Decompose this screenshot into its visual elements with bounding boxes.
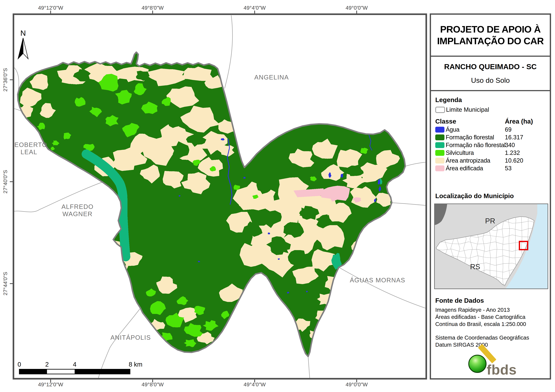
latitude-label-left: 27°40'0"S xyxy=(2,170,8,193)
neighbor-label: ANITÁPOLIS xyxy=(110,334,151,341)
tick-top xyxy=(50,11,51,14)
project-title-box: PROJETO DE APOIO ÀIMPLANTAÇÃO DO CAR xyxy=(431,15,550,57)
legend-area-value: 1.232 xyxy=(505,150,520,156)
tick-left xyxy=(10,79,13,80)
tick-bottom xyxy=(254,379,255,382)
source-text-2: Sistema de Coordenadas GeográficasDatum … xyxy=(435,334,547,348)
legend-class-label: Área antropizada xyxy=(446,157,490,164)
scale-bar: 0248 km xyxy=(18,361,142,374)
inset-label-rs: RS xyxy=(470,263,480,271)
logo-wordmark: fbds xyxy=(487,362,517,378)
map-frame: ANGELINALEOBERTOLEALALFREDOWAGNERÁGUAS M… xyxy=(13,14,427,379)
tick-top xyxy=(254,11,255,14)
legend-class-label: Formação não florestal xyxy=(446,142,505,149)
scale-label: 0 xyxy=(18,361,21,368)
legend-table-header: Classe Área (ha) xyxy=(435,118,546,125)
tick-bottom xyxy=(152,379,153,382)
legend-rows: Água69Formação florestal16.317Formação n… xyxy=(435,126,548,172)
longitude-label-top: 49°0'0"W xyxy=(346,5,368,11)
legend-row: Área edificada53 xyxy=(435,164,548,172)
legend-swatch xyxy=(435,135,445,140)
legend-limite-row: Limite Municipal xyxy=(435,106,489,113)
source-heading: Fonte de Dados xyxy=(435,297,484,304)
neighbor-label: LEOBERTOLEAL xyxy=(14,141,47,156)
limite-municipal-label: Limite Municipal xyxy=(446,106,489,113)
tick-left xyxy=(10,181,13,182)
municipality-title: RANCHO QUEIMADO - SC xyxy=(444,62,537,71)
map-sheet: ANGELINALEOBERTOLEALALFREDOWAGNERÁGUAS M… xyxy=(0,0,555,392)
latitude-label-left: 27°36'0"S xyxy=(2,68,8,92)
legend-area-value: 16.317 xyxy=(505,134,523,141)
legend-class-label: Área edificada xyxy=(446,165,483,172)
legend-swatch xyxy=(435,127,445,133)
longitude-label-top: 49°12'0"W xyxy=(38,5,63,11)
legend-row: Formação florestal16.317 xyxy=(435,134,548,141)
map-type-title: Uso do Solo xyxy=(471,76,510,85)
legend-area-value: 53 xyxy=(505,165,511,172)
project-title: PROJETO DE APOIO ÀIMPLANTAÇÃO DO CAR xyxy=(437,23,544,47)
legend-row: Formação não florestal340 xyxy=(435,141,548,149)
tick-top xyxy=(152,11,153,14)
legend-area-header: Área (ha) xyxy=(505,118,533,125)
tick-bottom xyxy=(50,379,51,382)
legend-row: Água69 xyxy=(435,126,548,134)
legend-area-value: 10.620 xyxy=(505,157,523,164)
legend-heading: Legenda xyxy=(435,96,462,104)
legend-swatch xyxy=(435,158,445,164)
scale-label: 8 km xyxy=(129,361,143,368)
neighbor-label: ÁGUAS MORNAS xyxy=(350,277,405,284)
legend-area-value: 69 xyxy=(505,126,511,133)
limite-municipal-swatch xyxy=(435,107,445,113)
location-heading: Localização do Município xyxy=(435,192,514,200)
map-title-box: RANCHO QUEIMADO - SC Uso do Solo xyxy=(431,57,550,91)
latitude-label-left: 27°44'0"S xyxy=(2,272,8,295)
legend-class-header: Classe xyxy=(435,118,456,125)
tick-left xyxy=(10,283,13,284)
scale-label: 2 xyxy=(45,361,49,368)
location-inset-map: PRRS xyxy=(434,204,548,289)
legend-class-label: Água xyxy=(446,126,460,133)
legend-area-value: 340 xyxy=(505,142,515,149)
north-label: N xyxy=(20,29,26,37)
legend-swatch xyxy=(435,142,445,148)
source-text-1: Imagens Rapideye - Ano 2013Áreas edifica… xyxy=(435,306,547,328)
legend-class-label: Silvicultura xyxy=(446,150,474,156)
neighbor-label: ALFREDOWAGNER xyxy=(62,203,94,217)
info-panel: PROJETO DE APOIO ÀIMPLANTAÇÃO DO CAR RAN… xyxy=(430,14,551,379)
neighbor-label: ANGELINA xyxy=(254,74,289,81)
scale-label: 4 xyxy=(73,361,76,368)
legend-swatch xyxy=(435,165,445,171)
legend-swatch xyxy=(435,150,445,156)
inset-label-pr: PR xyxy=(485,217,495,225)
tick-bottom xyxy=(356,379,357,382)
tick-top xyxy=(356,11,357,14)
north-arrow-icon: N xyxy=(18,29,28,59)
longitude-label-top: 49°4'0"W xyxy=(244,5,266,11)
legend-class-label: Formação florestal xyxy=(446,134,494,141)
legend-row: Área antropizada10.620 xyxy=(435,157,548,164)
state-inset-canvas: PRRS xyxy=(435,204,548,289)
legend-row: Silvicultura1.232 xyxy=(435,149,548,157)
longitude-label-top: 49°8'0"W xyxy=(142,5,164,11)
logo-green-sphere-icon xyxy=(468,355,487,373)
map-canvas: ANGELINALEOBERTOLEALALFREDOWAGNERÁGUAS M… xyxy=(14,15,425,378)
